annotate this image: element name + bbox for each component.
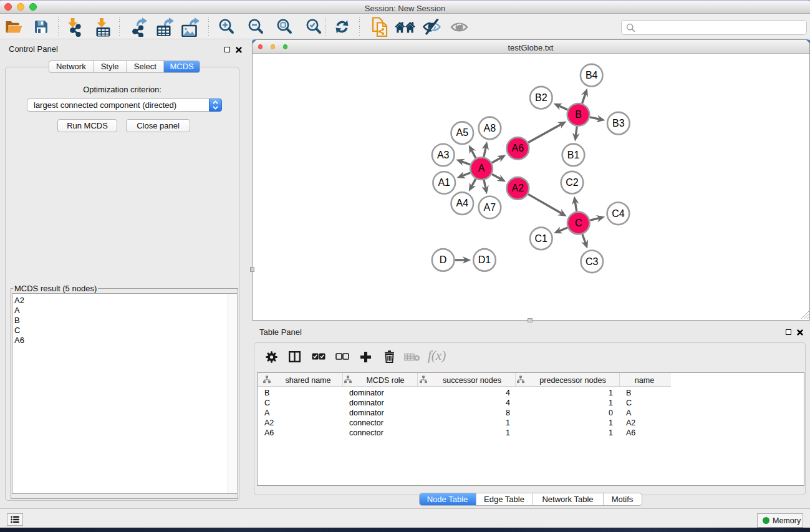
svg-text:A8: A8 <box>483 122 496 133</box>
svg-text:C3: C3 <box>586 256 599 266</box>
svg-text:C1: C1 <box>534 233 547 243</box>
svg-text:C4: C4 <box>612 208 625 218</box>
svg-text:C: C <box>574 217 582 228</box>
svg-text:A2: A2 <box>511 183 524 193</box>
svg-text:A5: A5 <box>456 127 468 138</box>
svg-text:D: D <box>439 254 446 265</box>
svg-text:B1: B1 <box>567 149 579 160</box>
svg-text:A: A <box>478 163 485 173</box>
svg-text:C2: C2 <box>566 177 579 187</box>
svg-text:A7: A7 <box>483 201 496 212</box>
svg-text:B3: B3 <box>612 117 625 128</box>
svg-text:D1: D1 <box>478 254 491 265</box>
svg-text:A3: A3 <box>436 149 449 160</box>
svg-text:B4: B4 <box>585 69 597 80</box>
svg-text:A4: A4 <box>456 198 468 208</box>
svg-text:A1: A1 <box>438 177 450 188</box>
svg-text:A6: A6 <box>511 143 524 153</box>
svg-text:B: B <box>575 109 582 120</box>
svg-text:B2: B2 <box>535 92 547 102</box>
